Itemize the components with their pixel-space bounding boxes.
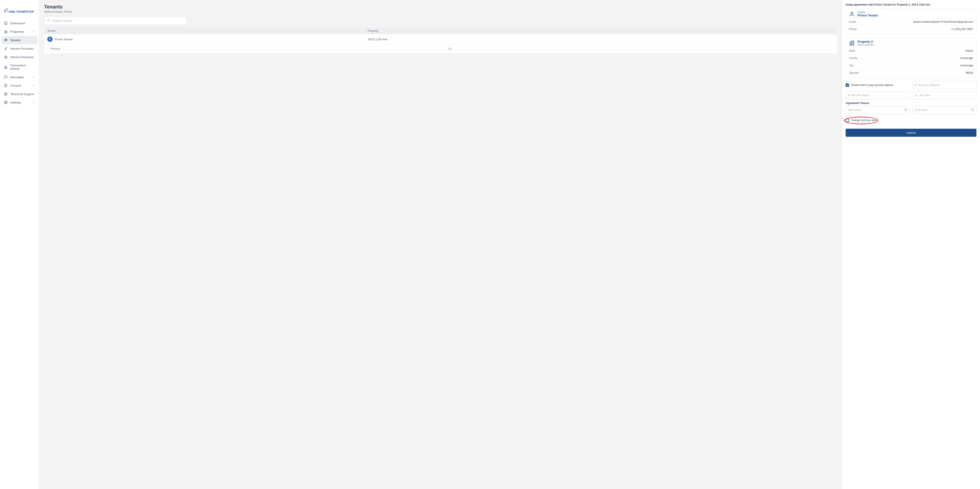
tenant-name: Prince Tenant [858, 14, 878, 17]
submit-button[interactable]: Submit [846, 129, 977, 137]
phone-key: Phone [849, 28, 857, 31]
main-content: Tenants Welcome back, Prince Tenant Prop… [39, 0, 842, 489]
sidebar-item-label: Tenants [10, 38, 21, 42]
chevron-down-icon [32, 84, 35, 87]
calendar-icon[interactable] [971, 108, 974, 112]
house-logo-icon [4, 7, 8, 13]
state-key: State [849, 49, 855, 52]
state-value: Alaska [965, 49, 973, 52]
security-deposit-checkbox[interactable] [846, 84, 849, 87]
sidebar-item-label: Transaction History [10, 64, 35, 70]
phone-value: +1 (403) 667-5067 [951, 28, 973, 31]
pagination: Previous 1/1 [44, 44, 837, 53]
sidebar-item-label: Dashboard [10, 22, 25, 25]
security-deposit-field[interactable]: $ [913, 81, 977, 89]
late-fee-input[interactable] [918, 94, 974, 97]
table-header: Tenant Property [44, 28, 837, 34]
zip-key: Zipcode [849, 71, 859, 75]
svg-point-11 [49, 38, 51, 39]
city-value: Anchorage [960, 64, 973, 67]
email-key: Email [849, 20, 856, 23]
security-deposit-checkbox-row[interactable]: Tenant need to pay security deposit [846, 81, 910, 89]
county-value: Anchorage [960, 57, 973, 60]
tenant-card: Tenant Prince Tenant Email tenant.hometr… [846, 8, 977, 34]
svg-rect-15 [905, 109, 907, 111]
wrench-icon [4, 47, 8, 50]
svg-rect-16 [972, 109, 974, 111]
col-property: Property [368, 29, 659, 32]
sidebar-item-account[interactable]: Account [2, 81, 38, 89]
svg-point-2 [5, 39, 6, 40]
monthly-rent-field[interactable]: $ [846, 91, 910, 99]
chat-icon [4, 75, 8, 79]
sidebar: OME TRUMPETER Dashboard Properties Tenan… [0, 0, 39, 489]
sidebar-item-service-providers[interactable]: Service Providers [2, 44, 38, 52]
sidebar-item-technical-support[interactable]: Technical Support [2, 90, 38, 98]
svg-point-7 [5, 94, 6, 94]
person-icon [849, 11, 855, 17]
support-icon [4, 92, 8, 96]
chevron-down-icon [32, 30, 35, 33]
sidebar-item-properties[interactable]: Properties [2, 28, 38, 36]
svg-point-9 [48, 19, 49, 21]
svg-point-3 [6, 39, 7, 40]
brand-name: OME TRUMPETER [9, 10, 34, 13]
building-icon [849, 40, 855, 46]
dollar-icon: $ [915, 94, 916, 97]
monthly-rent-input[interactable] [851, 94, 907, 97]
zip-value: 99518 [966, 71, 973, 75]
city-key: City [849, 64, 854, 67]
tenant-label: Tenant [858, 11, 878, 14]
sidebar-item-label: Account [10, 84, 21, 87]
svg-point-0 [7, 8, 7, 9]
sidebar-item-label: Settings [10, 101, 21, 104]
chevron-down-icon [32, 101, 35, 104]
sidebar-item-label: Messages [10, 76, 24, 79]
chevron-down-icon [32, 76, 35, 78]
end-date-input[interactable] [915, 108, 969, 111]
col-tenant: Tenant [47, 29, 368, 32]
property-address: 315 E 12th Ave [858, 43, 874, 46]
users-icon [4, 38, 8, 42]
bank-icon [4, 65, 8, 69]
avatar [47, 37, 52, 42]
sidebar-item-label: Service Providers [10, 47, 34, 50]
svg-point-12 [851, 12, 853, 14]
sidebar-item-transaction-history[interactable]: Transaction History [2, 62, 38, 73]
annotation-arrow-icon [842, 110, 846, 122]
change-rent-due-checkbox[interactable] [846, 119, 849, 122]
table-row[interactable]: Prince Tenant 315 E 12th Ave [44, 34, 837, 44]
end-date-field[interactable] [913, 106, 977, 114]
agreement-panel: Setup agreement with Prince Tenant for P… [842, 0, 980, 489]
sidebar-item-tenants[interactable]: Tenants [2, 36, 38, 44]
start-date-field[interactable] [846, 106, 910, 114]
sidebar-item-label: Technical Support [10, 92, 34, 96]
search-field[interactable] [44, 16, 187, 25]
sidebar-item-dashboard[interactable]: Dashboard [2, 19, 38, 27]
security-deposit-input[interactable] [918, 84, 974, 87]
logo: OME TRUMPETER [0, 0, 39, 19]
search-input[interactable] [52, 19, 184, 22]
gear-icon [4, 101, 8, 104]
start-date-input[interactable] [848, 108, 903, 111]
doc-user-icon [4, 84, 8, 87]
nav-list: Dashboard Properties Tenants Service Pro… [0, 19, 39, 107]
sidebar-item-service-requests[interactable]: Service Requests [2, 53, 38, 61]
search-icon [47, 19, 50, 23]
sidebar-item-messages[interactable]: Messages [2, 73, 38, 81]
calendar-icon[interactable] [904, 108, 907, 112]
svg-rect-13 [851, 41, 854, 45]
page-indicator: 1/1 [66, 47, 834, 50]
dollar-icon: $ [915, 84, 916, 87]
late-fee-field[interactable]: $ [913, 91, 977, 99]
change-rent-due-row[interactable]: Change rent due date [846, 116, 977, 124]
tenants-table: Tenant Property Prince Tenant 315 E 12th… [44, 28, 837, 53]
email-value: tenant.hometrumpeter+PrinceTenant1@gmail… [913, 20, 973, 23]
change-rent-due-label: Change rent due date [851, 119, 877, 122]
sidebar-item-settings[interactable]: Settings [2, 98, 38, 106]
svg-rect-14 [850, 43, 851, 45]
svg-line-10 [49, 21, 50, 22]
page-subtitle: Welcome back, Prince [44, 10, 837, 13]
previous-button[interactable]: Previous [47, 46, 64, 51]
panel-title: Setup agreement with Prince Tenant for P… [846, 3, 977, 6]
